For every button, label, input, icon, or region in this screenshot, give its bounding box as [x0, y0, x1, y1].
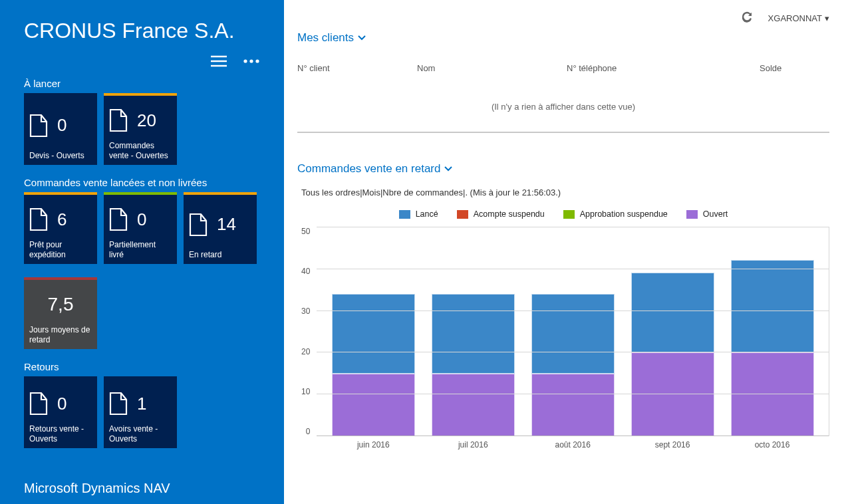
tile-label: Jours moyens de retard: [29, 325, 92, 345]
col-client: N° client: [297, 63, 417, 73]
chart-bar: [631, 273, 714, 436]
chart-x-axis: juin 2016juil 2016août 2016sept 2016octo…: [317, 436, 829, 449]
y-tick: 50: [301, 227, 310, 236]
legend-item: Approbation suspendue: [563, 209, 668, 219]
tile-value: 7,5: [48, 294, 74, 315]
document-icon: [189, 213, 208, 237]
tile-label: Retours vente - Ouverts: [29, 424, 92, 444]
clients-empty-message: (Il n'y a rien à afficher dans cette vue…: [297, 78, 829, 133]
legend-item: Ouvert: [686, 209, 728, 219]
clients-table-header: N° client Nom N° téléphone Solde: [297, 63, 829, 78]
tile-value: 14: [217, 214, 236, 235]
svg-point-5: [255, 59, 259, 63]
tile-label: En retard: [189, 250, 251, 260]
chevron-down-icon: ▾: [825, 13, 829, 23]
chart-plot: juin 2016juil 2016août 2016sept 2016octo…: [317, 227, 829, 436]
user-menu[interactable]: XGARONNAT ▾: [768, 13, 829, 23]
clients-heading[interactable]: Mes clients: [297, 31, 829, 45]
company-name: CRONUS France S.A.: [24, 19, 260, 43]
chart-area: 50403020100 juin 2016juil 2016août 2016s…: [297, 227, 829, 453]
chevron-down-icon: [358, 35, 366, 41]
x-tick: août 2016: [531, 440, 615, 449]
document-icon: [109, 207, 128, 231]
chart-bar: [531, 294, 615, 436]
menu-icon[interactable]: [211, 55, 227, 70]
col-nom: Nom: [417, 63, 567, 73]
chevron-down-icon: [444, 166, 452, 172]
tile-devis-ouverts[interactable]: 0 Devis - Ouverts: [24, 93, 97, 165]
orders-chart-heading[interactable]: Commandes vente en retard: [297, 162, 829, 176]
tile-pret-expedition[interactable]: 6 Prêt pour expédition: [24, 192, 97, 264]
y-tick: 10: [301, 387, 310, 396]
main-content: XGARONNAT ▾ Mes clients N° client Nom N°…: [284, 0, 848, 504]
x-tick: octo 2016: [731, 440, 814, 449]
document-icon: [29, 392, 48, 416]
legend-item: Acompte suspendu: [457, 209, 545, 219]
tile-commandes-vente-ouvertes[interactable]: 20 Commandes vente - Ouvertes: [104, 93, 177, 165]
tile-value: 0: [57, 115, 67, 136]
y-tick: 40: [301, 267, 310, 276]
footer-brand: Microsoft Dynamics NAV: [24, 481, 260, 504]
tile-avoirs-vente-ouverts[interactable]: 1 Avoirs vente - Ouverts: [104, 376, 177, 448]
y-tick: 30: [301, 307, 310, 316]
y-tick: 20: [301, 347, 310, 356]
section-title-retours: Retours: [24, 361, 260, 372]
chart-bar: [432, 294, 515, 436]
tile-partiellement-livre[interactable]: 0 Partiellement livré: [104, 192, 177, 264]
document-icon: [29, 207, 48, 231]
legend-item: Lancé: [399, 209, 438, 219]
tile-label: Prêt pour expédition: [29, 240, 92, 260]
tile-retours-vente-ouverts[interactable]: 0 Retours vente - Ouverts: [24, 376, 97, 448]
chart-bar: [731, 260, 814, 436]
svg-point-3: [243, 59, 247, 63]
user-name: XGARONNAT: [768, 13, 822, 23]
section-title-lancees: Commandes vente lancées et non livrées: [24, 177, 260, 188]
x-tick: juil 2016: [432, 440, 515, 449]
tile-label: Commandes vente - Ouvertes: [109, 141, 172, 161]
tile-label: Avoirs vente - Ouverts: [109, 424, 172, 444]
tile-en-retard[interactable]: 14 En retard: [184, 192, 257, 264]
tile-value: 6: [57, 209, 67, 230]
sidebar: CRONUS France S.A. À lancer 0 Devis - Ou…: [0, 0, 284, 504]
tile-value: 20: [137, 110, 156, 131]
document-icon: [29, 114, 48, 138]
tile-value: 1: [137, 394, 146, 414]
chart-meta: Tous les ordres|Mois|Nbre de commandes|.…: [297, 188, 829, 197]
col-tel: N° téléphone: [567, 63, 760, 73]
section-link-label: Mes clients: [297, 31, 354, 45]
document-icon: [109, 108, 128, 132]
chart-bar: [332, 294, 415, 436]
svg-point-4: [249, 59, 253, 63]
tile-jours-moyens-retard[interactable]: 7,5 Jours moyens de retard: [24, 277, 97, 349]
section-link-label: Commandes vente en retard: [297, 162, 440, 176]
chart-y-axis: 50403020100: [301, 227, 317, 436]
tile-label: Partiellement livré: [109, 240, 172, 260]
tile-label: Devis - Ouverts: [29, 151, 92, 161]
tile-value: 0: [57, 394, 67, 414]
document-icon: [109, 392, 128, 416]
x-tick: sept 2016: [631, 440, 714, 449]
tile-value: 0: [137, 209, 146, 230]
more-icon[interactable]: [243, 55, 260, 70]
section-title-a-lancer: À lancer: [24, 78, 260, 89]
col-solde: Solde: [760, 63, 829, 73]
x-tick: juin 2016: [332, 440, 415, 449]
refresh-icon[interactable]: [740, 10, 754, 26]
y-tick: 0: [306, 427, 311, 436]
chart-legend: LancéAcompte suspenduApprobation suspend…: [297, 209, 829, 219]
